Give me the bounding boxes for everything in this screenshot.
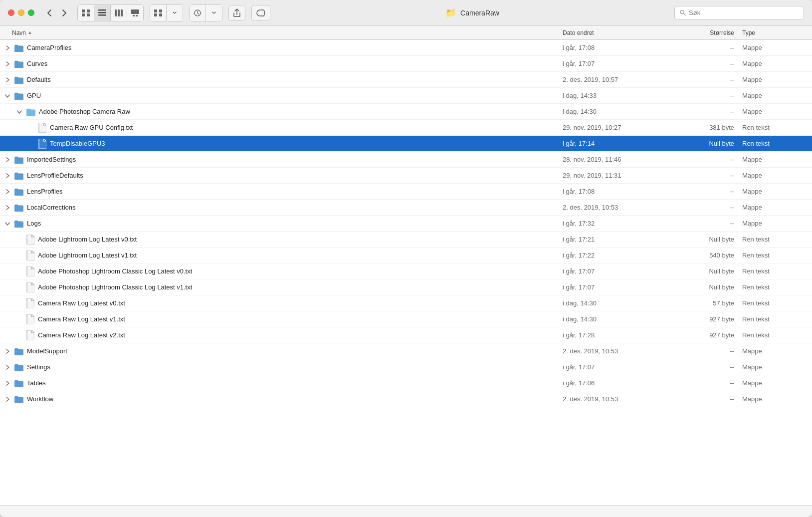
file-name-text: LensProfileDefaults — [27, 172, 83, 179]
list-item[interactable]: LocalCorrections 2. des. 2019, 10:53 -- … — [0, 200, 812, 216]
list-item[interactable]: CameraProfiles i går, 17:08 -- Mappe — [0, 40, 812, 56]
icon-view-button[interactable] — [78, 5, 94, 21]
list-item[interactable]: Adobe Photoshop Lightroom Classic Log La… — [0, 279, 812, 295]
toggle-arrow-icon[interactable] — [4, 76, 11, 83]
list-item[interactable]: ModelSupport 2. des. 2019, 10:53 -- Mapp… — [0, 343, 812, 359]
file-size-cell: Null byte — [677, 283, 742, 291]
list-view-button[interactable] — [94, 5, 111, 21]
action-button[interactable] — [190, 5, 206, 21]
search-bar[interactable] — [674, 6, 804, 20]
file-date-cell: i går, 17:07 — [563, 60, 677, 67]
file-name-cell: Workflow — [0, 395, 563, 403]
list-item[interactable]: Camera Raw Log Latest v0.txt i dag, 14:3… — [0, 295, 812, 311]
col-header-date[interactable]: Dato endret — [563, 29, 677, 36]
list-item[interactable]: GPU i dag, 14:33 -- Mappe — [0, 88, 812, 104]
back-button[interactable] — [42, 6, 56, 20]
toggle-arrow-icon[interactable] — [4, 396, 11, 403]
file-name-text: Adobe Lightroom Log Latest v1.txt — [38, 252, 137, 259]
folder-icon — [14, 172, 24, 180]
file-size-cell: -- — [677, 395, 742, 403]
title-bar: 📁 CameraRaw — [0, 0, 812, 26]
toggle-arrow-icon[interactable] — [4, 188, 11, 195]
close-button[interactable] — [8, 9, 14, 16]
file-name-cell: Tables — [0, 379, 563, 387]
file-name-text: Tables — [27, 379, 46, 387]
folder-icon — [26, 108, 36, 116]
file-type-cell: Mappe — [742, 108, 812, 115]
file-name-cell: Camera Raw Log Latest v1.txt — [0, 314, 563, 324]
list-item[interactable]: Workflow 2. des. 2019, 10:53 -- Mappe — [0, 391, 812, 407]
col-header-type[interactable]: Type — [742, 29, 812, 36]
col-header-size[interactable]: Størrelse — [677, 29, 742, 36]
toggle-arrow-icon[interactable] — [4, 44, 11, 51]
svg-rect-11 — [133, 15, 135, 16]
list-item[interactable]: LensProfileDefaults 29. nov. 2019, 11:31… — [0, 168, 812, 184]
file-size-cell: 381 byte — [677, 124, 742, 131]
list-item[interactable]: Tables i går, 17:06 -- Mappe — [0, 375, 812, 391]
forward-button[interactable] — [57, 6, 71, 20]
file-date-cell: i går, 17:06 — [563, 379, 677, 387]
nav-buttons — [42, 6, 71, 20]
file-name-text: Adobe Photoshop Camera Raw — [39, 108, 130, 115]
file-date-cell: i dag, 14:30 — [563, 315, 677, 323]
window-title-area: 📁 CameraRaw — [276, 7, 668, 18]
toggle-arrow-icon[interactable] — [4, 220, 11, 227]
minimize-button[interactable] — [18, 9, 24, 16]
list-item[interactable]: ImportedSettings 28. nov. 2019, 11:46 --… — [0, 152, 812, 168]
file-size-cell: -- — [677, 379, 742, 387]
file-name-text: Camera Raw Log Latest v2.txt — [38, 331, 125, 339]
file-name-text: LensProfiles — [27, 188, 63, 195]
toggle-arrow-icon[interactable] — [4, 364, 11, 371]
gallery-view-button[interactable] — [127, 5, 143, 21]
file-size-cell: -- — [677, 44, 742, 51]
file-size-cell: -- — [677, 347, 742, 355]
list-item[interactable]: Camera Raw Log Latest v2.txt i går, 17:2… — [0, 327, 812, 343]
list-item[interactable]: Camera Raw GPU Config.txt 29. nov. 2019,… — [0, 120, 812, 136]
file-size-cell: -- — [677, 76, 742, 83]
share-button[interactable] — [228, 5, 245, 21]
file-date-cell: i går, 17:22 — [563, 252, 677, 259]
list-item[interactable]: Adobe Photoshop Camera Raw i dag, 14:30 … — [0, 104, 812, 120]
list-item[interactable]: Adobe Lightroom Log Latest v1.txt i går,… — [0, 248, 812, 263]
search-input[interactable] — [689, 9, 799, 16]
finder-window: 📁 CameraRaw Navn Dato endret Størrelse T… — [0, 0, 812, 517]
column-view-button[interactable] — [111, 5, 127, 21]
col-header-name[interactable]: Navn — [0, 29, 563, 36]
action-dropdown-button[interactable] — [206, 5, 222, 21]
column-headers: Navn Dato endret Størrelse Type — [0, 26, 812, 40]
svg-rect-1 — [87, 9, 90, 12]
toggle-arrow-icon[interactable] — [4, 348, 11, 355]
tag-button[interactable] — [251, 5, 270, 21]
file-date-cell: i går, 17:08 — [563, 188, 677, 195]
toggle-arrow-icon[interactable] — [4, 156, 11, 163]
title-folder-icon: 📁 — [445, 7, 456, 18]
list-item[interactable]: Adobe Photoshop Lightroom Classic Log La… — [0, 263, 812, 279]
list-item[interactable]: Camera Raw Log Latest v1.txt i dag, 14:3… — [0, 311, 812, 327]
list-item[interactable]: Settings i går, 17:07 -- Mappe — [0, 359, 812, 375]
svg-rect-3 — [87, 13, 90, 16]
toggle-arrow-icon[interactable] — [4, 172, 11, 179]
arrange-button[interactable] — [150, 5, 167, 21]
file-name-cell: Curves — [0, 60, 563, 68]
maximize-button[interactable] — [28, 9, 34, 16]
toggle-arrow-icon[interactable] — [4, 380, 11, 387]
file-name-text: Adobe Lightroom Log Latest v0.txt — [38, 236, 137, 243]
list-item[interactable]: Curves i går, 17:07 -- Mappe — [0, 56, 812, 72]
list-item[interactable]: LensProfiles i går, 17:08 -- Mappe — [0, 184, 812, 200]
file-date-cell: i går, 17:08 — [563, 44, 677, 51]
toggle-arrow-icon[interactable] — [4, 92, 11, 99]
list-item[interactable]: TempDisableGPU3 i går, 17:14 Null byte R… — [0, 136, 812, 152]
list-item[interactable]: Adobe Lightroom Log Latest v0.txt i går,… — [0, 232, 812, 248]
file-type-cell: Ren tekst — [742, 331, 812, 339]
svg-rect-8 — [118, 9, 120, 16]
file-list[interactable]: CameraProfiles i går, 17:08 -- Mappe Cur… — [0, 40, 812, 505]
file-size-cell: -- — [677, 60, 742, 67]
svg-rect-10 — [131, 9, 139, 14]
list-item[interactable]: Defaults 2. des. 2019, 10:57 -- Mappe — [0, 72, 812, 88]
toggle-arrow-icon[interactable] — [4, 60, 11, 67]
toggle-arrow-icon[interactable] — [16, 108, 23, 115]
file-date-cell: i dag, 14:33 — [563, 92, 677, 99]
toggle-arrow-icon[interactable] — [4, 204, 11, 211]
arrange-dropdown-button[interactable] — [167, 5, 183, 21]
list-item[interactable]: Logs i går, 17:32 -- Mappe — [0, 216, 812, 232]
